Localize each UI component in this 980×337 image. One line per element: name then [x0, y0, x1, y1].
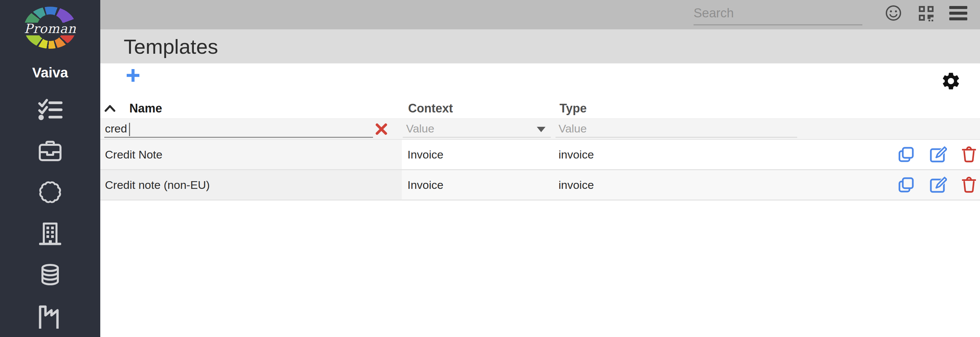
qr-code-icon[interactable] [918, 5, 934, 23]
copy-button[interactable] [898, 146, 915, 163]
sidebar-item-checklist[interactable] [0, 89, 100, 130]
copy-icon [898, 146, 915, 163]
menu-bar [949, 12, 967, 15]
context-filter-select[interactable] [403, 120, 551, 138]
templates-table: Name Context Type [100, 98, 980, 201]
edit-icon [929, 177, 947, 193]
cell-actions [799, 170, 980, 199]
gear-icon [940, 71, 961, 92]
cell-name: Credit Note [100, 140, 402, 169]
column-header-context[interactable]: Context [402, 101, 553, 115]
edit-icon [929, 146, 947, 163]
chevron-down-icon[interactable] [537, 127, 546, 132]
column-header-name[interactable]: Name [100, 101, 402, 115]
name-filter-input[interactable] [104, 120, 373, 138]
toolbar [100, 63, 980, 98]
sidebar-item-building[interactable] [0, 213, 100, 254]
filter-cell-actions [799, 119, 980, 139]
factory-icon [38, 304, 62, 329]
add-template-button[interactable] [126, 68, 140, 84]
trash-icon [962, 146, 976, 163]
pagebar: Templates [100, 29, 980, 63]
column-header-type[interactable]: Type [553, 101, 799, 115]
filter-cell-name [100, 119, 402, 139]
column-label: Context [408, 101, 453, 115]
workspace-name: Vaiva [32, 65, 68, 81]
sidebar-item-briefcase[interactable] [0, 130, 100, 171]
copy-icon [898, 177, 915, 193]
cell-name: Credit note (non-EU) [100, 170, 402, 199]
database-icon [40, 264, 60, 286]
cell-type: invoice [553, 148, 799, 161]
app-root: Proman Vaiva [0, 0, 980, 337]
cell-context: Invoice [402, 148, 553, 161]
text-caret [129, 123, 130, 136]
menu-bar [949, 6, 967, 9]
checklist-icon [37, 98, 63, 120]
proman-logo[interactable]: Proman [24, 7, 76, 49]
plus-icon [126, 68, 140, 83]
smiley-icon[interactable] [885, 5, 902, 23]
sidebar-item-seal[interactable] [0, 171, 100, 213]
menu-bar [949, 17, 967, 21]
edit-button[interactable] [929, 146, 947, 163]
table-row[interactable]: Credit Note Invoice invoice [100, 140, 980, 170]
column-label: Type [560, 101, 587, 115]
seal-icon [39, 181, 62, 204]
building-icon [39, 222, 61, 245]
table-row[interactable]: Credit note (non-EU) Invoice invoice [100, 170, 980, 201]
filter-cell-type [553, 119, 799, 139]
main-area: Templates [100, 0, 980, 337]
column-label: Name [129, 101, 162, 115]
trash-icon [962, 177, 976, 193]
clear-filter-button[interactable] [375, 123, 388, 137]
delete-button[interactable] [962, 177, 976, 193]
delete-button[interactable] [962, 146, 976, 163]
sidebar-item-factory[interactable] [0, 296, 100, 337]
filter-row [100, 119, 980, 140]
table-header-row: Name Context Type [100, 98, 980, 119]
cell-context: Invoice [402, 179, 553, 191]
sidebar: Proman Vaiva [0, 0, 100, 337]
menu-icon[interactable] [949, 6, 967, 21]
page-title: Templates [124, 35, 218, 59]
sidebar-nav [0, 89, 100, 337]
sort-ascending-icon [104, 105, 116, 112]
topbar [100, 0, 980, 29]
clear-x-icon [375, 123, 388, 136]
edit-button[interactable] [929, 177, 947, 193]
sidebar-item-database[interactable] [0, 254, 100, 296]
filter-cell-context [402, 119, 553, 139]
search-input[interactable] [694, 2, 862, 25]
settings-button[interactable] [940, 71, 961, 93]
briefcase-icon [38, 140, 62, 162]
logo-text: Proman [20, 21, 80, 36]
cell-type: invoice [553, 179, 799, 191]
type-filter-input[interactable] [555, 120, 797, 138]
copy-button[interactable] [898, 177, 915, 193]
cell-actions [799, 140, 980, 169]
